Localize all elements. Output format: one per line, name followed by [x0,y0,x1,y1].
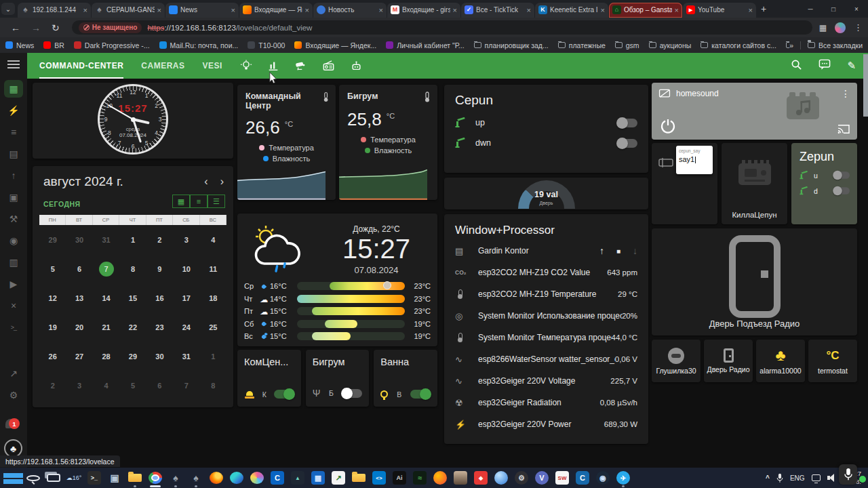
blue-app[interactable]: ▦ [308,468,328,488]
microphone-icon[interactable] [776,473,783,483]
v-app[interactable]: V [532,468,552,488]
killacepun-card[interactable]: КиллаЦепун [722,143,787,224]
browser-tab[interactable]: News × [165,3,239,18]
tab-close-icon[interactable]: × [379,6,383,14]
tab-close-icon[interactable]: × [305,6,309,14]
light-card-vanna[interactable]: Ванна В [374,350,437,407]
new-tab-button[interactable]: + [757,2,770,16]
view-tab-command-center[interactable]: COMMAND-CENTER [39,53,123,79]
light-toggle[interactable] [274,390,294,399]
bookmark-item[interactable]: BR [43,41,64,49]
address-field[interactable]: Не защищено https://192.168.1.56:8123/lo… [72,20,812,35]
volume-icon[interactable] [827,474,837,482]
terminal-app[interactable]: >_ [84,468,104,488]
calendar-day[interactable]: 29 [119,342,146,371]
sidebar-item-addons[interactable]: ▥ [4,253,23,271]
paint-app[interactable] [247,468,267,488]
language-indicator[interactable]: ENG [790,474,805,482]
bookmark-item[interactable]: Dark Progressive -... [74,41,150,49]
sensor-row[interactable]: ☢ esp32Geiger Radiation 0,08 µSv/h [444,392,648,413]
calendar-day[interactable]: 17 [173,283,199,312]
network-icon[interactable] [812,474,821,481]
calendar-day[interactable]: 29 [39,225,66,254]
calendar-day[interactable]: 27 [66,342,92,371]
calendar-day[interactable]: 12 [39,283,66,312]
explorer-app[interactable] [125,468,145,488]
tab-close-icon[interactable]: × [749,6,753,14]
apps-grid-icon[interactable]: ▦ [819,23,827,33]
cctv-icon[interactable] [294,60,307,72]
browser-tab[interactable]: ✓ Все - TickTick × [461,3,534,18]
sensor-row[interactable]: ⚡ esp32Geiger 220V Power 689,30 W [444,413,648,435]
tab-close-icon[interactable]: × [231,6,235,14]
calendar-day[interactable]: 22 [119,312,146,342]
forward-icon[interactable]: → [31,22,41,33]
bookmark-item[interactable]: аукционы [649,41,692,49]
browser-tab[interactable]: M Входящие - girs1 × [387,3,460,18]
bookmark-item[interactable]: планировщик зад... [474,41,549,49]
all-bookmarks-button[interactable]: Все закладки [808,41,863,49]
sidebar-item-file-upload[interactable]: ↑ [4,167,23,184]
sidebar-item-terminal[interactable]: >_ [4,319,23,336]
lightbulb-icon[interactable] [240,60,252,72]
ha-app-2[interactable]: ♠ [186,468,206,488]
telegram-app[interactable]: ✈ [613,468,633,488]
sidebar-item-energy[interactable]: ⚡ [4,102,23,119]
input-tooltip[interactable]: cepun_say say1 [676,146,713,174]
bookmark-item[interactable]: форумы сео пров... [786,41,789,49]
calendar-next-icon[interactable]: › [220,176,224,188]
calendar-day[interactable]: 4 [200,225,226,254]
calendar-day[interactable]: 4 [93,371,119,400]
calendar-today-button[interactable]: СЕГОДНЯ [43,200,81,208]
sensor-row[interactable]: ◎ System Monitor Использование процессор… [444,305,648,327]
calendar-day[interactable]: 19 [39,312,66,342]
orange-app[interactable] [430,468,450,488]
user-avatar[interactable]: ♣ [4,439,22,458]
tab-search-button[interactable]: ⌄ [1,3,15,15]
calendar-day[interactable]: 31 [93,225,119,254]
minimize-button[interactable]: ─ [799,1,822,17]
light-toggle[interactable] [410,390,431,399]
calendar-view-day[interactable]: ☰ [208,195,225,208]
calendar-day[interactable]: 31 [173,342,199,371]
vscode-app[interactable]: <> [369,468,389,488]
sidebar-item-media[interactable]: ▶ [4,275,23,293]
browser-tab[interactable]: K Keenetic Extra II – × [535,3,608,18]
sphere-app[interactable] [491,468,511,488]
calendar-day[interactable]: 7 [93,254,119,283]
sidebar-item-tools[interactable]: ⚒ [4,210,23,228]
calendar-day[interactable]: 30 [146,342,173,371]
start-button[interactable] [3,468,23,488]
switch-toggle[interactable] [833,187,850,194]
calendar-day[interactable]: 2 [146,225,173,254]
search-icon[interactable] [791,59,802,73]
calendar-day[interactable]: 7 [173,371,199,400]
tab-close-icon[interactable]: × [157,6,161,14]
light-card-komtsen[interactable]: КомЦен... К [237,350,301,407]
mini-card-alarma10000[interactable]: ♣ alarma10000 [756,340,805,382]
bookmark-item[interactable]: Mail.Ru: почта, пои... [159,41,239,49]
mini-card-glushilka30[interactable]: Глушилка30 [652,340,701,382]
bookmark-item[interactable]: Личный кабинет "Р... [386,41,464,49]
calendar-day[interactable]: 28 [93,342,119,371]
portrait-app[interactable] [450,468,471,488]
reload-icon[interactable]: ↻ [52,22,60,33]
ha-app-1[interactable]: ♠ [165,468,186,488]
edge-app[interactable] [226,468,247,488]
switch-toggle[interactable] [617,119,637,127]
calendar-day[interactable]: 15 [119,283,146,312]
microphone-overlay-button[interactable] [839,464,857,485]
gauge-card[interactable]: 19 val Дверь [444,178,648,209]
tab-close-icon[interactable]: × [675,6,679,14]
calendar-prev-icon[interactable]: ‹ [204,176,208,188]
task-view-button[interactable] [43,468,64,488]
sidebar-item-calendar[interactable]: ▣ [4,188,23,206]
ai-app[interactable]: Ai [389,468,410,488]
switch-toggle[interactable] [617,139,637,148]
gear-app[interactable]: ⚙ [511,468,532,488]
assist-chat-icon[interactable] [818,59,831,73]
door-entry-card[interactable]: Дверь Подъезд Радио [652,228,857,336]
cast-icon[interactable] [837,123,850,134]
calendar-day[interactable]: 3 [173,225,199,254]
green-terminal-app[interactable]: ≈ [410,468,430,488]
